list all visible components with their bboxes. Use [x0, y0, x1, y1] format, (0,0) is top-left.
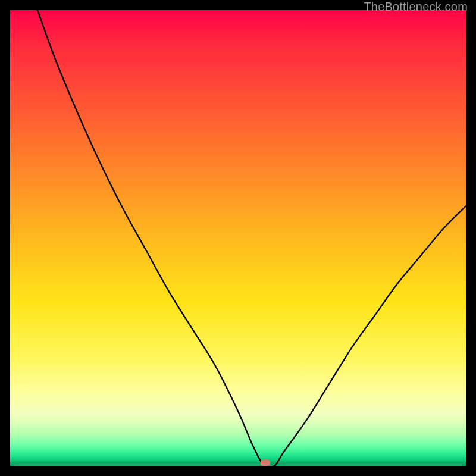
optimal-point-marker — [261, 459, 270, 466]
plot-area — [10, 10, 466, 466]
watermark-text: TheBottleneck.com — [364, 0, 468, 14]
chart-frame — [10, 10, 466, 466]
bottleneck-curve — [10, 10, 466, 466]
